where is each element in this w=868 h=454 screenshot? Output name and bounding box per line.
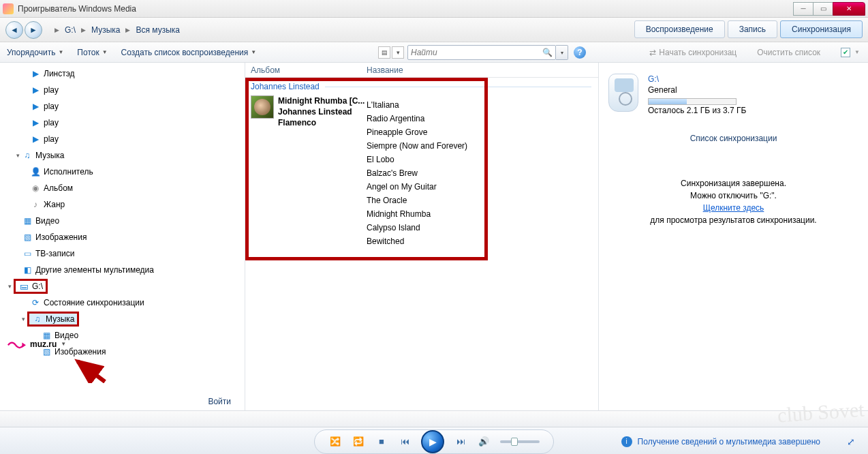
play-button[interactable]: ▶ bbox=[421, 430, 444, 453]
breadcrumb[interactable]: ▶ G:\ ▶ Музыка ▶ Вся музыка bbox=[52, 25, 183, 35]
search-box[interactable]: 🔍 bbox=[407, 45, 556, 60]
close-button[interactable]: ✕ bbox=[833, 2, 865, 16]
sidebar-sync-state[interactable]: ⟳Состояние синхронизации bbox=[0, 296, 245, 309]
forward-button[interactable]: ► bbox=[25, 21, 42, 39]
column-title[interactable]: Название bbox=[361, 65, 598, 75]
sidebar-music[interactable]: ▾♫Музыка bbox=[0, 149, 245, 162]
chevron-down-icon: ▼ bbox=[854, 49, 860, 55]
playlist-icon: ▶ bbox=[30, 134, 41, 145]
sidebar: ▶Линстэд ▶play ▶play ▶play ▶play ▾♫Музык… bbox=[0, 63, 245, 410]
playlist-icon: ▶ bbox=[30, 68, 41, 79]
song-list: L'Italiana Radio Argentina Pineapple Gro… bbox=[367, 98, 467, 248]
song-row[interactable]: Bewitched bbox=[367, 234, 467, 248]
help-icon[interactable]: ? bbox=[574, 46, 586, 59]
column-headers: Альбом Название bbox=[245, 63, 598, 78]
sidebar-tv[interactable]: ▭ТВ-записи bbox=[0, 247, 245, 260]
media-info-status: i Получение сведений о мультимедиа завер… bbox=[621, 436, 820, 447]
repeat-button[interactable]: 🔁 bbox=[352, 435, 365, 449]
view-dropdown-button[interactable]: ▾ bbox=[392, 46, 404, 59]
playlist-item[interactable]: ▶Линстэд bbox=[0, 67, 245, 80]
song-row[interactable]: Midnight Rhumba bbox=[367, 207, 467, 221]
album-art bbox=[251, 95, 274, 119]
song-row[interactable]: Radio Argentina bbox=[367, 112, 467, 125]
maximize-button[interactable]: ▭ bbox=[813, 2, 833, 16]
clear-list-button[interactable]: Очистить список bbox=[757, 48, 820, 57]
playlist-item[interactable]: ▶play bbox=[0, 132, 245, 146]
song-row[interactable]: L'Italiana bbox=[367, 98, 467, 112]
muz-logo[interactable]: muz.ru ▼ bbox=[7, 339, 66, 349]
mute-button[interactable]: 🔊 bbox=[477, 435, 491, 449]
content-area: Альбом Название Johannes Linstead Midnig… bbox=[245, 63, 599, 410]
song-row[interactable]: El Lobo bbox=[367, 153, 467, 166]
sync-panel: G:\ General Осталось 2.1 ГБ из 3.7 ГБ Сп… bbox=[599, 63, 868, 410]
collapse-icon[interactable]: ▾ bbox=[14, 152, 22, 159]
create-playlist-button[interactable]: Создать список воспроизведения▼ bbox=[121, 48, 257, 57]
breadcrumb-part[interactable]: G:\ bbox=[65, 25, 76, 35]
view-mode-button[interactable]: ▤ bbox=[378, 46, 390, 59]
options-check-icon[interactable]: ✔ bbox=[841, 48, 850, 57]
tab-burn[interactable]: Запись bbox=[728, 20, 777, 38]
collapse-icon[interactable]: ▾ bbox=[5, 283, 14, 290]
collapse-icon[interactable]: ▾ bbox=[19, 316, 27, 322]
song-row[interactable]: Balzac's Brew bbox=[367, 166, 467, 180]
sidebar-drive[interactable]: ▾🖴G:\ bbox=[0, 279, 245, 293]
tab-sync[interactable]: Синхронизация bbox=[780, 20, 863, 38]
device-label: General bbox=[648, 85, 746, 95]
song-row[interactable]: Calypso Island bbox=[367, 221, 467, 234]
sidebar-images[interactable]: ▧Изображения bbox=[0, 230, 245, 244]
sidebar-other[interactable]: ◧Другие элементы мультимедиа bbox=[0, 263, 245, 277]
player-bar: 🔀 🔁 ■ ⏮ ▶ ⏭ 🔊 i Получение сведений о мул… bbox=[0, 427, 868, 454]
minimize-button[interactable]: ─ bbox=[793, 2, 813, 16]
column-album[interactable]: Альбом bbox=[245, 65, 361, 75]
sidebar-genre[interactable]: ♪Жанр bbox=[0, 198, 245, 211]
device-block[interactable]: G:\ General Осталось 2.1 ГБ из 3.7 ГБ bbox=[608, 74, 858, 116]
annotation-arrow-icon bbox=[72, 356, 106, 383]
prev-button[interactable]: ⏮ bbox=[398, 435, 412, 449]
shuffle-button[interactable]: 🔀 bbox=[328, 435, 342, 449]
search-input[interactable] bbox=[411, 48, 540, 57]
song-row[interactable]: The Oracle bbox=[367, 194, 467, 207]
sync-results-link[interactable]: Щелкните здесь bbox=[703, 203, 764, 213]
breadcrumb-part[interactable]: Музыка bbox=[91, 25, 120, 35]
stop-button[interactable]: ■ bbox=[375, 435, 388, 449]
playlist-item[interactable]: ▶play bbox=[0, 116, 245, 130]
next-button[interactable]: ⏭ bbox=[454, 435, 467, 449]
mode-tabs: Воспроизведение Запись Синхронизация bbox=[634, 20, 863, 38]
search-icon[interactable]: 🔍 bbox=[542, 48, 553, 57]
titlebar: Проигрыватель Windows Media ─ ▭ ✕ bbox=[0, 0, 868, 18]
stream-menu[interactable]: Поток▼ bbox=[77, 48, 107, 57]
breadcrumb-part[interactable]: Вся музыка bbox=[136, 25, 180, 35]
music-icon: ♫ bbox=[32, 314, 43, 324]
song-row[interactable]: Siempre (Now and Forever) bbox=[367, 139, 467, 153]
photo-icon: ▧ bbox=[22, 232, 33, 243]
playlist-item[interactable]: ▶play bbox=[0, 83, 245, 97]
playlist-icon: ▶ bbox=[30, 117, 41, 128]
person-icon: 👤 bbox=[30, 166, 41, 177]
search-dropdown[interactable]: ▾ bbox=[556, 45, 568, 60]
playlist-item[interactable]: ▶play bbox=[0, 100, 245, 113]
switch-view-button[interactable]: ⤢ bbox=[843, 434, 858, 449]
login-link[interactable]: Войти bbox=[208, 397, 231, 406]
sidebar-video[interactable]: ▦Видео bbox=[0, 214, 245, 228]
back-button[interactable]: ◄ bbox=[5, 21, 23, 39]
song-row[interactable]: Angel on My Guitar bbox=[367, 180, 467, 194]
sync-message: Синхронизация завершена. Можно отключить… bbox=[608, 177, 858, 226]
volume-slider[interactable] bbox=[500, 440, 540, 443]
device-space: Осталось 2.1 ГБ из 3.7 ГБ bbox=[648, 105, 746, 116]
album-name: Midnight Rhumba [C... bbox=[278, 95, 365, 106]
song-row[interactable]: Pineapple Grove bbox=[367, 125, 467, 139]
info-icon: i bbox=[621, 436, 632, 447]
artist-header[interactable]: Johannes Linstead bbox=[245, 78, 598, 94]
start-sync-button[interactable]: ⇄Начать синхронизац bbox=[649, 48, 737, 57]
organize-menu[interactable]: Упорядочить▼ bbox=[7, 48, 63, 57]
playlist-icon: ▶ bbox=[30, 85, 41, 95]
sidebar-album[interactable]: ◉Альбом bbox=[0, 181, 245, 195]
sidebar-artist[interactable]: 👤Исполнитель bbox=[0, 165, 245, 179]
space-progress bbox=[648, 98, 737, 105]
tab-play[interactable]: Воспроизведение bbox=[634, 20, 725, 38]
album-artist: Johannes Linstead bbox=[278, 106, 365, 117]
sidebar-drive-music[interactable]: ▾♫Музыка bbox=[0, 312, 245, 326]
playlist-icon: ▶ bbox=[30, 101, 41, 112]
muz-label: muz.ru bbox=[30, 339, 57, 349]
status-bar bbox=[0, 410, 868, 427]
